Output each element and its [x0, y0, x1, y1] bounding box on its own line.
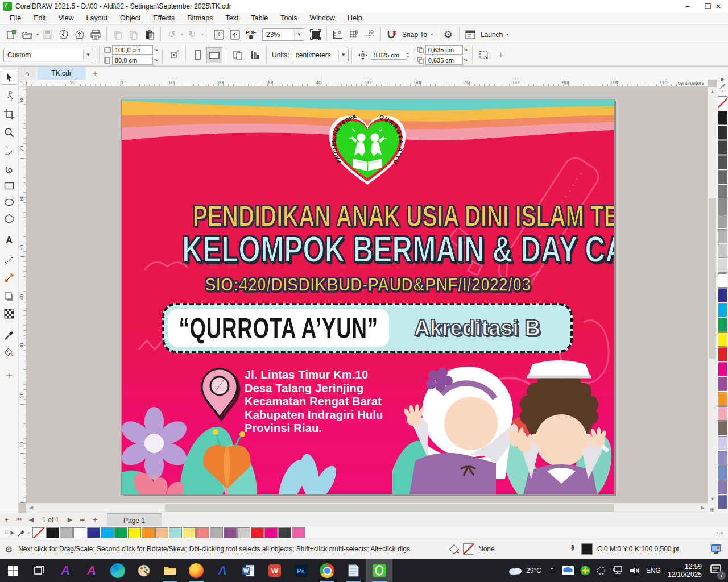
current-page-icon[interactable] [247, 47, 263, 63]
color-swatch[interactable] [183, 527, 196, 538]
next-page-button[interactable]: ▶ [64, 516, 76, 523]
units-combo[interactable]: centimeters▼ [292, 49, 349, 61]
rectangle-tool[interactable] [2, 178, 16, 193]
horizontal-scrollbar[interactable]: ◀ ▶ [26, 503, 708, 513]
scroll-right-arrow[interactable]: ▶ [698, 503, 708, 513]
dimension-tool[interactable] [2, 253, 16, 268]
scroll-down-arrow[interactable]: ▼ [708, 494, 717, 504]
taskbar-app-edge[interactable] [105, 559, 131, 582]
open-dropdown-caret[interactable]: ▾ [36, 32, 39, 37]
ellipse-tool[interactable] [2, 195, 16, 210]
clock[interactable]: 12:59 12/10/2025 [668, 563, 702, 579]
add-page-button[interactable]: + [0, 516, 13, 524]
duplicate-y-field[interactable]: 0,635 cm [425, 56, 463, 65]
color-swatch[interactable] [718, 318, 727, 332]
doc-palette-flyout[interactable]: ▶ [11, 530, 15, 535]
menu-item[interactable]: Help [341, 13, 369, 24]
snap-off-icon[interactable] [385, 28, 399, 41]
vertical-scroll-thumb[interactable] [709, 198, 716, 359]
open-icon[interactable] [20, 28, 34, 41]
scroll-left-arrow[interactable]: ◀ [26, 503, 36, 513]
menu-item[interactable]: Object [114, 13, 147, 24]
first-page-button[interactable]: ⏮ [13, 516, 25, 523]
color-swatch[interactable] [718, 185, 727, 199]
palette-grip[interactable]: ⠿ [5, 530, 9, 535]
eyedropper-tool[interactable] [2, 328, 16, 343]
all-pages-icon[interactable] [230, 47, 246, 63]
color-swatch[interactable] [718, 436, 727, 450]
crop-tool[interactable] [2, 107, 16, 122]
taskbar-app-paint[interactable] [131, 559, 157, 582]
drop-shadow-tool[interactable] [2, 289, 16, 304]
add-toolbar-plus[interactable]: + [493, 47, 509, 63]
last-page-button[interactable]: ⏭ [76, 516, 89, 523]
color-swatch[interactable] [718, 259, 727, 273]
scroll-up-arrow[interactable]: ▲ [708, 87, 717, 97]
page-preset-combo[interactable]: Custom▼ [3, 49, 93, 61]
freehand-tool[interactable] [2, 145, 16, 160]
export-icon[interactable] [73, 28, 86, 41]
color-swatch[interactable] [718, 406, 727, 421]
page-width-field[interactable]: 100,0 cm [112, 45, 153, 55]
color-proof-monitor-icon[interactable] [710, 543, 722, 555]
nudge-field[interactable]: 0,025 cm [371, 51, 406, 60]
color-swatch[interactable] [718, 421, 727, 435]
notification-center[interactable]: 7 [710, 564, 722, 577]
polygon-tool[interactable] [2, 211, 16, 226]
taskbar-app-photoshop[interactable]: Ps [288, 559, 314, 582]
outline-swatch[interactable] [581, 543, 593, 555]
color-swatch[interactable] [278, 527, 291, 538]
palette-eyedropper-icon[interactable] [719, 82, 727, 90]
export-box-icon[interactable] [228, 28, 242, 41]
color-swatch[interactable] [718, 377, 727, 391]
color-swatch[interactable] [718, 451, 727, 465]
minimize-button[interactable]: – [678, 0, 697, 13]
color-swatch[interactable] [718, 111, 727, 125]
color-swatch[interactable] [718, 214, 727, 228]
page-height-spinner[interactable]: ▾▴ [154, 58, 158, 62]
color-swatch[interactable] [718, 96, 727, 110]
menu-item[interactable]: Table [245, 13, 274, 24]
color-swatch[interactable] [718, 347, 727, 361]
color-swatch[interactable] [718, 392, 727, 406]
horizontal-ruler[interactable]: 100102030405060708090100110 centimeters [26, 80, 708, 87]
new-tab-button[interactable]: + [88, 67, 102, 80]
doc-palette-eyedropper-icon[interactable] [17, 529, 26, 537]
doc-palette-scroll-left[interactable]: ‹ [28, 529, 30, 536]
doc-palette-scroll-right[interactable]: › » [716, 529, 723, 536]
launch-icon[interactable] [464, 28, 477, 41]
taskbar-app-word[interactable]: W [235, 559, 262, 582]
volume-icon[interactable] [629, 566, 640, 575]
page-height-field[interactable]: 80,0 cm [112, 56, 153, 65]
color-swatch[interactable] [718, 288, 727, 302]
page-tab[interactable]: Page 1 [107, 513, 162, 526]
scale-icon[interactable] [166, 47, 182, 63]
taskbar-app-chrome[interactable] [314, 559, 340, 582]
color-swatch[interactable] [87, 527, 100, 538]
ruler-origin-icon[interactable]: ⤡ [19, 80, 26, 87]
duplicate-x-field[interactable]: 0,635 cm [425, 45, 463, 55]
color-swatch[interactable] [718, 332, 727, 347]
color-swatch[interactable] [718, 229, 727, 243]
color-swatch[interactable] [114, 527, 127, 538]
add-page-button-2[interactable]: + [89, 516, 101, 524]
palette-scroll-up[interactable]: ⌃ [721, 90, 725, 95]
mesh-fill-tool[interactable] [2, 306, 16, 321]
color-swatch[interactable] [237, 527, 250, 538]
artistic-media-tool[interactable] [2, 163, 16, 177]
taskbar-app-corel-draw-shortcut[interactable]: A [78, 559, 105, 582]
color-swatch[interactable] [169, 527, 182, 538]
language-indicator[interactable]: ENG [646, 567, 661, 575]
capture-icon[interactable] [596, 566, 606, 575]
color-swatch[interactable] [32, 527, 46, 538]
print-icon[interactable] [89, 28, 102, 41]
import-icon[interactable] [57, 28, 71, 41]
zoom-tool[interactable] [2, 125, 16, 140]
close-button[interactable]: ✕ [709, 0, 728, 13]
options-gear-icon[interactable]: ⚙ [441, 28, 455, 41]
start-button[interactable] [0, 559, 26, 582]
menu-item[interactable]: Text [219, 13, 245, 24]
color-swatch[interactable] [101, 527, 114, 538]
vertical-ruler[interactable]: 8070605040302010 centimeters [19, 87, 26, 503]
pick-tool[interactable] [2, 70, 16, 85]
